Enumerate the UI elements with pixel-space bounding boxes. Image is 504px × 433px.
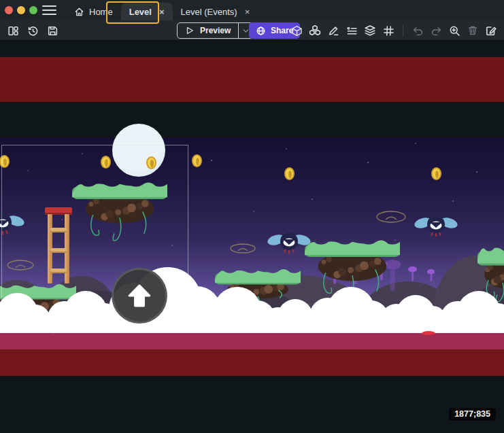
save-icon[interactable] <box>46 24 58 37</box>
star-decor <box>211 160 212 161</box>
star-decor <box>312 198 313 200</box>
home-icon <box>74 7 84 17</box>
history-icon[interactable] <box>27 24 39 37</box>
star-decor <box>286 148 287 150</box>
undo-icon[interactable] <box>411 24 424 37</box>
star-decor <box>367 162 369 163</box>
toolbar-right-group <box>290 20 497 41</box>
instances-icon[interactable] <box>309 24 321 37</box>
play-icon <box>185 26 195 35</box>
bat-enemy-sprite[interactable] <box>267 230 312 260</box>
redo-icon[interactable] <box>430 24 442 37</box>
toolbar-divider <box>403 24 403 37</box>
toolbar-left-group <box>7 20 58 41</box>
cloud-decor <box>381 310 449 334</box>
tab-strip: Home Level × Level (Events) × <box>66 3 258 20</box>
tab-label: Level <box>129 7 152 17</box>
panels-icon[interactable] <box>7 24 19 37</box>
mushroom-decor <box>408 266 417 281</box>
ground-dark-red-band <box>0 349 504 376</box>
tab-label: Home <box>89 7 113 17</box>
titlebar: Home Level × Level (Events) × <box>0 0 504 20</box>
tab-level-events[interactable]: Level (Events) × <box>173 3 258 20</box>
coin-sprite[interactable] <box>192 154 202 167</box>
grid-icon[interactable] <box>382 24 394 37</box>
bat-enemy-sprite[interactable] <box>414 213 458 243</box>
star-decor <box>253 211 254 212</box>
toolbar: Preview Share <box>0 20 504 41</box>
background-red-band <box>0 57 504 102</box>
layers-icon[interactable] <box>364 24 376 37</box>
level-editor-canvas[interactable]: 1877;835 <box>0 41 504 433</box>
ground-crimson-band <box>0 333 504 349</box>
tab-level[interactable]: Level × <box>121 3 173 20</box>
mushroom-decor <box>427 269 435 281</box>
preview-button[interactable]: Preview <box>177 22 253 39</box>
3d-box-icon[interactable] <box>290 24 303 37</box>
minimize-window-button[interactable] <box>17 6 25 14</box>
ghost-outline-sprite[interactable] <box>230 243 256 256</box>
blood-splat-decor <box>422 331 435 335</box>
globe-icon <box>256 26 266 36</box>
app-window: Home Level × Level (Events) × <box>0 0 504 433</box>
close-window-button[interactable] <box>5 6 13 14</box>
cloud-decor <box>0 311 52 334</box>
cursor-coordinates-badge: 1877;835 <box>449 408 496 421</box>
coin-sprite[interactable] <box>284 167 295 180</box>
close-tab-icon[interactable]: × <box>245 7 250 16</box>
star-decor <box>415 143 416 144</box>
cloud-decor <box>441 314 504 334</box>
tab-home[interactable]: Home <box>66 3 121 20</box>
main-menu-icon[interactable] <box>42 5 56 15</box>
edit-events-icon[interactable] <box>485 24 497 37</box>
pencil-icon[interactable] <box>327 24 339 37</box>
tab-label: Level (Events) <box>181 7 237 17</box>
virtual-up-button[interactable] <box>112 268 167 324</box>
star-decor <box>452 201 454 202</box>
cloud-decor <box>109 319 224 334</box>
coin-sprite[interactable] <box>431 167 441 180</box>
object-list-icon[interactable] <box>346 24 358 37</box>
close-tab-icon[interactable]: × <box>159 7 165 16</box>
ghost-outline-sprite[interactable] <box>376 211 406 226</box>
zoom-in-icon[interactable] <box>448 24 460 37</box>
zoom-window-button[interactable] <box>29 6 37 14</box>
trash-icon[interactable] <box>467 24 479 37</box>
star-decor <box>476 171 477 173</box>
up-arrow-icon <box>127 283 152 308</box>
preview-label: Preview <box>200 26 231 35</box>
